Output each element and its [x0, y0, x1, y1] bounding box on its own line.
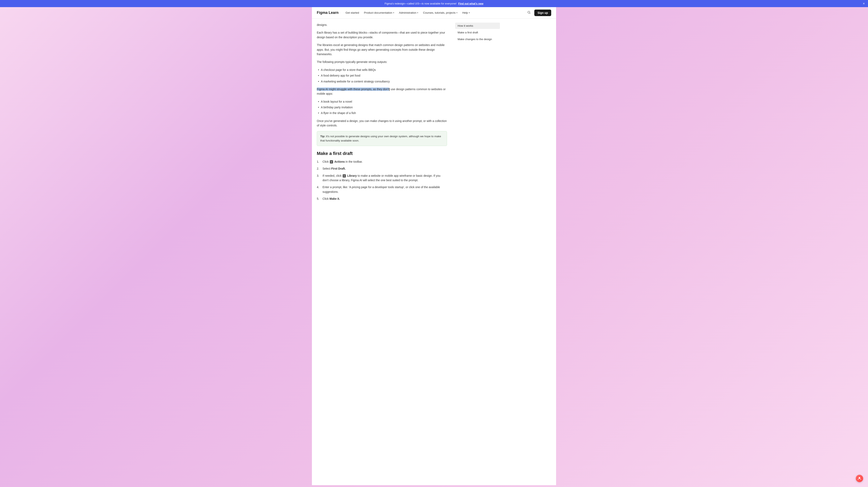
paragraph-following-prompts: The following prompts typically generate…: [317, 60, 447, 64]
step-3: 3. If needed, click ⊟ Library to make a …: [317, 173, 447, 183]
library-label: Library: [347, 174, 357, 177]
library-icon: ⊟: [343, 174, 346, 177]
step-1-content: Click ⊞ Actions in the toolbar.: [322, 160, 447, 164]
step-number-5: 5.: [317, 197, 321, 201]
struggle-paragraph: Figma AI might struggle with these promp…: [317, 87, 447, 96]
navbar: Figma Learn Get started Product document…: [312, 7, 556, 19]
nav-link-administration[interactable]: Administration ▾: [397, 10, 421, 16]
sign-up-button[interactable]: Sign up: [534, 9, 551, 16]
step-number-2: 2.: [317, 166, 321, 171]
sidebar-item-make-first-draft[interactable]: Make a first draft: [455, 29, 500, 36]
step-3-content: If needed, click ⊟ Library to make a web…: [322, 173, 447, 183]
make-it-label: Make it.: [330, 197, 340, 200]
nav-link-courses[interactable]: Courses, tutorials, projects ▾: [421, 10, 459, 16]
chevron-down-icon: ▾: [417, 11, 418, 14]
tip-text: Tip: It's not possible to generate desig…: [320, 134, 443, 143]
bad-prompt-item: A birthday party invitation: [317, 105, 447, 110]
svg-line-1: [530, 13, 530, 13]
paragraph-designs: designs.: [317, 23, 447, 27]
steps-list: 1. Click ⊞ Actions in the toolbar. 2. Se…: [317, 160, 447, 201]
sidebar-item-make-changes[interactable]: Make changes to the design: [455, 36, 500, 42]
nav-actions: Sign up: [526, 9, 551, 16]
step-5: 5. Click Make it.: [317, 197, 447, 201]
nav-links: Get started Product documentation ▾ Admi…: [343, 10, 521, 16]
chevron-down-icon: ▾: [456, 11, 457, 14]
after-prompt-paragraph: Once you've generated a design, you can …: [317, 119, 447, 128]
section-heading-make-first-draft: Make a first draft: [317, 151, 447, 156]
nav-link-get-started[interactable]: Get started: [343, 10, 361, 16]
nav-link-product-docs[interactable]: Product documentation ▾: [362, 10, 396, 16]
struggle-text-highlighted: Figma AI might struggle with these promp…: [317, 88, 389, 91]
step-1: 1. Click ⊞ Actions in the toolbar.: [317, 160, 447, 164]
announcement-link[interactable]: Find out what's new: [458, 2, 484, 5]
good-prompt-item: A food delivery app for pet food: [317, 73, 447, 78]
tip-label: Tip:: [320, 135, 326, 138]
step-2-content: Select First Draft.: [322, 166, 447, 171]
actions-icon: ⊞: [330, 160, 333, 164]
content-wrapper: designs. Each library has a set of build…: [312, 19, 556, 208]
text-cursor: [389, 88, 390, 91]
step-number-3: 3.: [317, 173, 321, 183]
step-number-4: 4.: [317, 185, 321, 194]
main-content: designs. Each library has a set of build…: [317, 19, 447, 208]
step-5-content: Click Make it.: [322, 197, 447, 201]
step-number-1: 1.: [317, 160, 321, 164]
sidebar: How it works Make a first draft Make cha…: [455, 19, 500, 208]
tip-body: It's not possible to generate designs us…: [320, 135, 441, 142]
announcement-close-button[interactable]: ×: [863, 2, 865, 5]
svg-point-2: [859, 477, 860, 479]
bad-prompts-list: A book layout for a novel A birthday par…: [317, 99, 447, 115]
step-4-content: Enter a prompt, like: 'A pricing page fo…: [322, 185, 447, 194]
good-prompt-item: A checkout page for a store that sells B…: [317, 67, 447, 72]
bad-prompt-item: A flyer in the shape of a fish: [317, 111, 447, 115]
avatar[interactable]: [856, 475, 863, 482]
good-prompts-list: A checkout page for a store that sells B…: [317, 67, 447, 84]
announcement-bar: Figma's redesign—called UI3—is now avail…: [0, 0, 868, 7]
actions-label: Actions: [334, 160, 345, 163]
main-container: Figma Learn Get started Product document…: [312, 7, 556, 485]
search-button[interactable]: [526, 9, 532, 16]
chevron-down-icon: ▾: [469, 11, 470, 14]
tip-box: Tip: It's not possible to generate desig…: [317, 131, 447, 146]
sidebar-item-how-it-works[interactable]: How it works: [455, 23, 500, 29]
step-4: 4. Enter a prompt, like: 'A pricing page…: [317, 185, 447, 194]
announcement-text: Figma's redesign—called UI3—is now avail…: [384, 2, 457, 5]
chevron-down-icon: ▾: [393, 11, 394, 14]
paragraph-libraries-excel: The libraries excel at generating design…: [317, 43, 447, 56]
nav-link-help[interactable]: Help ▾: [460, 10, 472, 16]
bad-prompt-item: A book layout for a novel: [317, 99, 447, 104]
first-draft-label: First Draft.: [331, 167, 346, 170]
step-2: 2. Select First Draft.: [317, 166, 447, 171]
paragraph-library-building-blocks: Each library has a set of building block…: [317, 30, 447, 39]
good-prompt-item: A marketing website for a content strate…: [317, 79, 447, 84]
logo[interactable]: Figma Learn: [317, 10, 339, 15]
